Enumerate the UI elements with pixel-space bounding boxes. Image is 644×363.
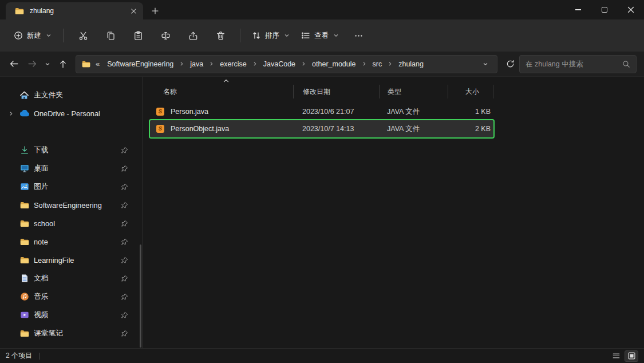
sidebar-item-onedrive[interactable]: OneDrive - Personal [2, 104, 140, 123]
sort-button[interactable]: 排序 [246, 26, 295, 45]
breadcrumb-segment[interactable]: JavaCode [260, 58, 299, 70]
file-row-personobject-java[interactable]: PersonObject.java 2023/10/7 14:13 JAVA 文… [150, 120, 493, 137]
close-button[interactable] [618, 0, 644, 19]
sidebar-item-label: 下载 [34, 145, 117, 155]
downloads-icon [19, 145, 30, 155]
column-header-date[interactable]: 修改日期 [293, 85, 379, 98]
sidebar-item-downloads[interactable]: 下载 [2, 141, 140, 159]
folder-icon [19, 202, 30, 209]
breadcrumb-chevron-icon[interactable] [252, 61, 258, 66]
sidebar-item-pictures[interactable]: 图片 [2, 177, 140, 196]
breadcrumb-chevron-icon[interactable] [179, 61, 185, 66]
file-date: 2023/10/6 21:07 [293, 108, 379, 116]
view-button[interactable]: 查看 [295, 26, 345, 45]
address-bar[interactable]: « SoftwareEngineering java exercise Java… [76, 55, 497, 73]
pin-icon [121, 293, 128, 301]
sidebar-item-partial[interactable] [2, 342, 140, 348]
column-header-size[interactable]: 大小 [448, 85, 493, 98]
breadcrumb-overflow[interactable]: « [93, 60, 102, 68]
sidebar-item-music[interactable]: 音乐 [2, 287, 140, 306]
new-button[interactable]: 新建 [8, 26, 57, 45]
file-row-person-java[interactable]: Person.java 2023/10/6 21:07 JAVA 文件 1 KB [150, 103, 493, 120]
sidebar-item-school[interactable]: school [2, 214, 140, 232]
folder-icon [19, 348, 30, 349]
item-count: 2 个项目 [6, 351, 32, 361]
sidebar-item-softwareengineering[interactable]: SoftwareEngineering [2, 196, 140, 214]
sidebar-item-class-notes[interactable]: 课堂笔记 [2, 324, 140, 342]
sidebar-item-label: 文档 [34, 274, 117, 283]
maximize-button[interactable] [591, 0, 618, 19]
sidebar-item-label: 图片 [34, 182, 117, 192]
address-dropdown-button[interactable] [479, 61, 492, 67]
sidebar-item-label: 课堂笔记 [34, 329, 117, 338]
sidebar-item-home[interactable]: 主文件夹 [2, 86, 140, 104]
forward-button[interactable] [23, 55, 41, 73]
cut-button[interactable] [71, 25, 95, 46]
more-options-button[interactable] [346, 25, 370, 46]
refresh-icon [506, 60, 515, 68]
delete-button[interactable] [208, 25, 232, 46]
minimize-icon [575, 9, 581, 10]
breadcrumb-chevron-icon[interactable] [361, 61, 368, 66]
titlebar: zhulang [0, 0, 644, 19]
thumbnail-view-button[interactable] [625, 350, 638, 362]
rename-button[interactable] [153, 25, 177, 46]
back-button[interactable] [5, 55, 23, 73]
toolbar-separator [240, 29, 240, 42]
close-icon [627, 6, 634, 13]
column-header-name[interactable]: 名称 [150, 85, 293, 98]
refresh-button[interactable] [501, 55, 519, 73]
search-input[interactable] [526, 60, 619, 68]
up-button[interactable] [54, 55, 72, 73]
folder-icon [19, 238, 30, 246]
breadcrumb-segment[interactable]: java [187, 58, 207, 70]
maximize-icon [602, 7, 607, 13]
tab-close-button[interactable] [127, 5, 140, 17]
sidebar-item-documents[interactable]: 文档 [2, 269, 140, 287]
onedrive-icon [19, 110, 30, 117]
breadcrumb-segment[interactable]: src [369, 58, 386, 70]
status-separator [39, 353, 39, 360]
new-tab-button[interactable] [147, 2, 164, 19]
share-button[interactable] [181, 25, 205, 46]
chevron-right-icon[interactable] [7, 111, 15, 116]
pin-icon [121, 238, 128, 246]
music-icon [19, 292, 30, 301]
sidebar-item-videos[interactable]: 视频 [2, 306, 140, 324]
breadcrumb-chevron-icon[interactable] [301, 61, 307, 66]
sidebar-item-label: 音乐 [34, 292, 117, 302]
view-button-label: 查看 [314, 31, 329, 41]
sidebar-item-label: note [34, 238, 117, 246]
search-icon [622, 60, 630, 68]
pin-icon [121, 311, 128, 319]
pin-icon [121, 165, 128, 172]
minimize-button[interactable] [565, 0, 591, 19]
breadcrumb-chevron-icon[interactable] [208, 61, 215, 66]
breadcrumb-segment[interactable]: other_module [309, 58, 359, 70]
column-header-type[interactable]: 类型 [379, 85, 448, 98]
details-view-button[interactable] [609, 350, 623, 362]
column-header-label: 大小 [465, 87, 479, 97]
breadcrumb-chevron-icon[interactable] [387, 61, 393, 66]
sidebar-item-desktop[interactable]: 桌面 [2, 159, 140, 177]
share-icon [188, 31, 198, 41]
breadcrumb-segment[interactable]: zhulang [395, 58, 427, 70]
breadcrumb-segment[interactable]: SoftwareEngineering [104, 58, 177, 70]
chevron-down-icon [483, 61, 488, 67]
column-header-label: 类型 [388, 87, 401, 97]
documents-icon [19, 274, 30, 283]
copy-button[interactable] [98, 25, 123, 46]
paste-button[interactable] [126, 25, 150, 46]
window-controls [565, 0, 644, 19]
sidebar-scrollbar[interactable] [140, 244, 141, 348]
file-list: 名称 修改日期 类型 大小 Person.java 2023/10/6 21 [143, 77, 644, 348]
paste-icon [133, 31, 143, 41]
sidebar-item-label: LearningFile [34, 256, 117, 265]
breadcrumb-segment[interactable]: exercise [216, 58, 250, 70]
explorer-tab[interactable]: zhulang [6, 2, 143, 19]
new-button-label: 新建 [27, 31, 41, 41]
arrow-left-icon [9, 59, 19, 69]
sidebar-item-learningfile[interactable]: LearningFile [2, 251, 140, 269]
sidebar-item-note[interactable]: note [2, 232, 140, 251]
recent-locations-button[interactable] [41, 55, 54, 73]
